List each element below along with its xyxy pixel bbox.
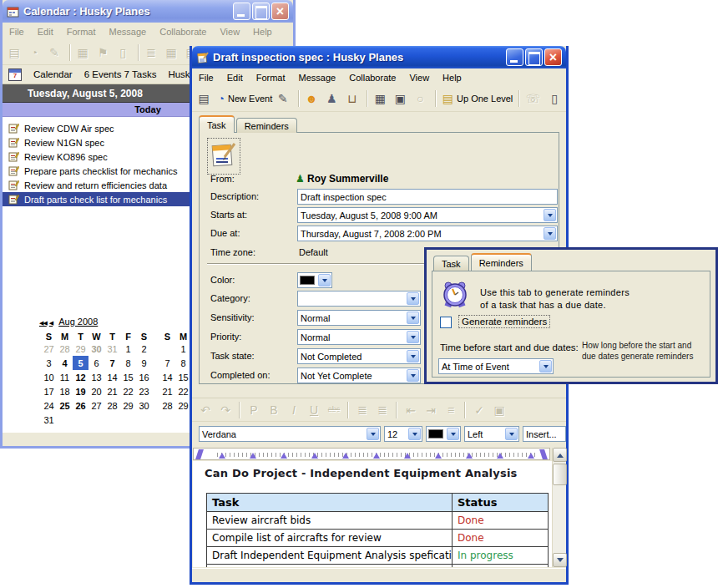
insert-select[interactable]: Insert...: [523, 426, 566, 442]
infobar-calendar-label[interactable]: Calendar: [33, 69, 73, 79]
completed-on-select[interactable]: Not Yet Complete: [297, 368, 421, 383]
alarm-icon[interactable]: ☏: [523, 89, 546, 109]
new-task-icon[interactable]: ✎: [46, 43, 66, 63]
align-left-icon[interactable]: ≣: [352, 400, 372, 420]
properties-icon[interactable]: ▦: [372, 89, 392, 109]
find-icon[interactable]: ○: [412, 89, 432, 109]
underline-icon[interactable]: U: [304, 400, 324, 420]
minimize-button[interactable]: [233, 3, 250, 20]
mini-calendar-day[interactable]: 25: [57, 398, 73, 413]
menu-item[interactable]: Help: [436, 71, 468, 84]
mini-calendar-day[interactable]: 28: [159, 398, 175, 413]
mini-calendar-day[interactable]: 4: [57, 356, 73, 370]
task-state-select[interactable]: Not Completed: [297, 348, 421, 364]
mini-calendar-day[interactable]: 2: [136, 342, 152, 356]
menu-item[interactable]: Message: [103, 25, 154, 38]
calendar-titlebar[interactable]: Calendar : Husky Planes: [3, 0, 293, 23]
mini-calendar-day[interactable]: 29: [73, 342, 88, 356]
font-size-select[interactable]: 12: [384, 426, 422, 442]
priority-select[interactable]: Normal: [297, 329, 421, 345]
scroll-up-button[interactable]: [553, 448, 567, 462]
list-view-icon[interactable]: ≣: [143, 43, 163, 63]
mini-calendar-day[interactable]: 10: [41, 370, 57, 384]
mini-calendar-day[interactable]: 12: [73, 370, 88, 384]
document-body[interactable]: Can Do Project - Independent Equipment A…: [193, 461, 552, 567]
mini-calendar-day[interactable]: 8: [120, 356, 136, 370]
mini-calendar-day[interactable]: 28: [57, 342, 73, 356]
menu-item[interactable]: Collaborate: [153, 25, 213, 38]
mini-calendar-day[interactable]: 1: [120, 342, 136, 356]
font-color-select[interactable]: [426, 426, 461, 442]
align-right-icon[interactable]: ≣: [372, 400, 392, 420]
generate-reminders-label[interactable]: Generate reminders: [458, 315, 550, 328]
mini-calendar-day[interactable]: 22: [120, 384, 136, 398]
maximize-button[interactable]: [252, 3, 270, 20]
list-icon[interactable]: ≡: [441, 400, 461, 420]
redo-icon[interactable]: ↷: [215, 400, 235, 420]
bold-icon[interactable]: B: [264, 400, 284, 420]
tab-task[interactable]: Task: [199, 115, 235, 133]
mini-calendar-day[interactable]: [159, 342, 175, 356]
menu-item[interactable]: Edit: [31, 25, 60, 38]
mini-calendar-day[interactable]: 19: [73, 384, 88, 398]
popup-tab-reminders[interactable]: Reminders: [471, 253, 532, 271]
sensitivity-select[interactable]: Normal: [297, 310, 421, 326]
menu-item[interactable]: File: [192, 71, 220, 84]
mini-calendar-day[interactable]: 21: [159, 384, 175, 398]
starts-at-select[interactable]: Tuesday, August 5, 2008 9:00 AM: [297, 207, 558, 223]
mug-icon[interactable]: ⊔: [343, 89, 363, 109]
tab-reminders[interactable]: Reminders: [236, 118, 297, 133]
mini-calendar-day[interactable]: 31: [104, 342, 120, 356]
mini-calendar-day[interactable]: 27: [88, 398, 104, 413]
new-appointment-icon[interactable]: ▤: [195, 89, 215, 109]
minimize-button[interactable]: [506, 48, 523, 66]
scroll-thumb[interactable]: [553, 464, 567, 485]
menu-item[interactable]: Message: [292, 71, 343, 84]
prev-year-button[interactable]: ◀◀: [39, 320, 47, 327]
mini-calendar-day[interactable]: 7: [159, 356, 175, 370]
mini-calendar-day[interactable]: 9: [136, 356, 152, 370]
ruler-left-margin-icon[interactable]: [195, 449, 204, 459]
generate-reminders-checkbox[interactable]: [440, 317, 452, 328]
popup-tab-task[interactable]: Task: [433, 256, 469, 271]
up-one-level-button[interactable]: ▤Up One Level: [440, 89, 514, 109]
mini-calendar-day[interactable]: 23: [136, 384, 152, 398]
mini-calendar-day[interactable]: 3: [41, 356, 57, 370]
mini-calendar-day[interactable]: 31: [41, 413, 57, 427]
delete-icon[interactable]: ▯: [114, 43, 134, 63]
mini-calendar-day[interactable]: [73, 413, 88, 427]
mini-calendar-day[interactable]: 24: [41, 398, 57, 413]
mini-calendar-day[interactable]: 5: [73, 356, 88, 370]
description-input[interactable]: [297, 189, 558, 205]
due-at-select[interactable]: Thursday, August 7, 2008 2:00 PM: [297, 226, 558, 241]
strikethrough-icon[interactable]: abc: [324, 400, 344, 420]
mini-calendar-day[interactable]: [104, 413, 120, 427]
delete-icon[interactable]: ▯: [546, 89, 566, 109]
flag-icon[interactable]: ⚑: [94, 43, 114, 63]
mini-calendar-day[interactable]: 13: [88, 370, 104, 384]
send-smiley-icon[interactable]: ☻: [303, 89, 324, 109]
font-family-select[interactable]: Verdana: [199, 426, 381, 442]
mini-calendar-day[interactable]: [88, 413, 104, 427]
mini-calendar-day[interactable]: 18: [57, 384, 73, 398]
menu-item[interactable]: Format: [60, 25, 103, 38]
menu-item[interactable]: File: [3, 25, 31, 38]
mini-calendar-day[interactable]: 17: [41, 384, 57, 398]
open-item-icon[interactable]: ▦: [74, 43, 94, 63]
mini-calendar-day[interactable]: 15: [120, 370, 136, 384]
mini-calendar-day[interactable]: 14: [104, 370, 120, 384]
insert-object-icon[interactable]: ▣: [489, 400, 509, 420]
mini-calendar-day[interactable]: 30: [136, 398, 152, 413]
color-select[interactable]: [297, 272, 332, 288]
outdent-icon[interactable]: ⇤: [401, 400, 421, 420]
mini-calendar-day[interactable]: [136, 413, 152, 427]
menu-item[interactable]: Help: [246, 25, 279, 38]
paragraph-icon[interactable]: P: [244, 400, 264, 420]
mini-calendar-day[interactable]: 6: [88, 356, 104, 370]
menu-item[interactable]: View: [213, 25, 246, 38]
mini-calendar-day[interactable]: [57, 413, 73, 427]
italic-icon[interactable]: I: [284, 400, 304, 420]
mini-calendar-day[interactable]: 27: [41, 342, 57, 356]
prev-month-button[interactable]: ◀: [49, 320, 53, 327]
mini-calendar-day[interactable]: 30: [88, 342, 104, 356]
